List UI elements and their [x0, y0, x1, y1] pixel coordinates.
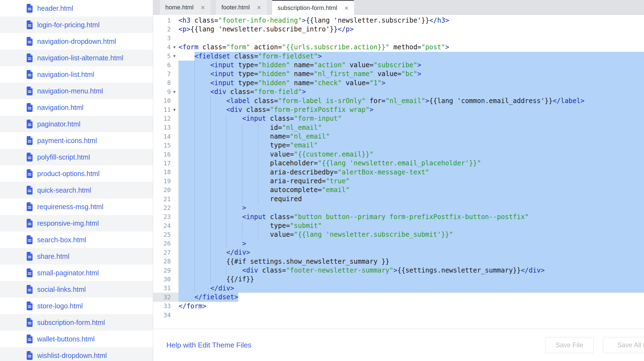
gutter-line-32[interactable]: 32 — [153, 293, 178, 301]
sidebar-file-share[interactable]: share.html — [0, 248, 153, 265]
code-line-9[interactable]: <div class="form-field"> — [178, 87, 644, 96]
gutter-line-8[interactable]: 8 — [153, 79, 178, 87]
code-line-22[interactable]: > — [178, 203, 644, 212]
code-line-6[interactable]: <input type="hidden" name="action" value… — [178, 61, 644, 69]
code-line-24[interactable]: type="submit" — [178, 221, 644, 230]
code-line-30[interactable]: {{/if}} — [178, 275, 644, 284]
tab-close-icon[interactable]: × — [344, 4, 348, 12]
gutter-line-22[interactable]: 22 — [153, 203, 178, 212]
sidebar-file-polyfill-script[interactable]: polyfill-script.html — [0, 149, 153, 165]
sidebar-file-subscription-form[interactable]: subscription-form.html — [0, 314, 153, 331]
sidebar-file-requireness-msg[interactable]: requireness-msg.html — [0, 198, 153, 215]
gutter-line-15[interactable]: 15 — [153, 141, 178, 150]
code-line-19[interactable]: aria-required="true" — [178, 177, 644, 185]
gutter-line-31[interactable]: 31 — [153, 284, 178, 293]
sidebar-file-navigation-list[interactable]: navigation-list.html — [0, 66, 153, 83]
fold-arrow-icon[interactable]: ▾ — [171, 44, 178, 50]
gutter-line-12[interactable]: 12 — [153, 114, 178, 123]
gutter-line-26[interactable]: 26 — [153, 239, 178, 248]
code-line-32[interactable]: </fieldset> — [178, 293, 644, 301]
code-line-3[interactable] — [178, 34, 644, 43]
code-line-5[interactable]: <fieldset class="form-fieldset"> — [178, 52, 644, 61]
code-line-16[interactable]: value="{{customer.email}}" — [178, 150, 644, 159]
code-line-18[interactable]: aria-describedby="alertBox-message-text" — [178, 168, 644, 177]
sidebar-file-product-options[interactable]: product-options.html — [0, 165, 153, 182]
gutter-line-10[interactable]: 10 — [153, 96, 178, 105]
code-line-10[interactable]: <label class="form-label is-srOnly" for=… — [178, 96, 644, 105]
sidebar-file-navigation-list-alternate[interactable]: navigation-list-alternate.html — [0, 50, 153, 66]
gutter-line-23[interactable]: 23 — [153, 212, 178, 221]
code-line-26[interactable]: > — [178, 239, 644, 248]
code-line-27[interactable]: </div> — [178, 248, 644, 257]
gutter-line-14[interactable]: 14 — [153, 132, 178, 141]
code-line-11[interactable]: <div class="form-prefixPostfix wrap"> — [178, 105, 644, 114]
gutter-line-7[interactable]: 7 — [153, 69, 178, 78]
code-line-1[interactable]: <h3 class="footer-info-heading">{{lang '… — [178, 16, 644, 25]
gutter-line-24[interactable]: 24 — [153, 221, 178, 230]
sidebar-file-wishlist-dropdown[interactable]: wishlist-dropdown.html — [0, 347, 153, 361]
tab-close-icon[interactable]: × — [201, 4, 205, 11]
gutter-line-2[interactable]: 2 — [153, 25, 178, 34]
gutter-line-18[interactable]: 18 — [153, 168, 178, 177]
sidebar-file-responsive-img[interactable]: responsive-img.html — [0, 215, 153, 231]
sidebar-file-paginator[interactable]: paginator.html — [0, 116, 153, 132]
sidebar-file-small-paginator[interactable]: small-paginator.html — [0, 265, 153, 281]
gutter-line-25[interactable]: 25 — [153, 230, 178, 239]
save-all-files-button[interactable]: Save All F — [603, 337, 644, 353]
code-line-17[interactable]: placeholder="{{lang 'newsletter.email_pl… — [178, 159, 644, 168]
sidebar-file-search-box[interactable]: search-box.html — [0, 231, 153, 248]
sidebar-file-header[interactable]: header.html — [0, 0, 153, 17]
code-editor[interactable]: 1234▾5▾6789▾1011▾12131415161718192021222… — [153, 15, 644, 329]
code-line-13[interactable]: id="nl_email" — [178, 123, 644, 132]
sidebar-file-wallet-buttons[interactable]: wallet-buttons.html — [0, 331, 153, 347]
gutter-line-21[interactable]: 21 — [153, 195, 178, 203]
code-line-23[interactable]: <input class="button button--primary for… — [178, 212, 644, 221]
gutter-line-16[interactable]: 16 — [153, 150, 178, 159]
gutter-line-34[interactable]: 34 — [153, 311, 178, 319]
code-line-8[interactable]: <input type="hidden" name="check" value=… — [178, 79, 644, 87]
fold-arrow-icon[interactable]: ▾ — [171, 53, 178, 59]
tab-close-icon[interactable]: × — [257, 4, 261, 11]
sidebar-file-payment-icons[interactable]: payment-icons.html — [0, 132, 153, 149]
sidebar-file-navigation-dropdown[interactable]: navigation-dropdown.html — [0, 33, 153, 50]
gutter-line-6[interactable]: 6 — [153, 61, 178, 69]
gutter-line-33[interactable]: 33 — [153, 302, 178, 311]
code-line-21[interactable]: required — [178, 195, 644, 203]
sidebar-file-quick-search[interactable]: quick-search.html — [0, 182, 153, 198]
gutter-line-28[interactable]: 28 — [153, 257, 178, 266]
gutter-line-11[interactable]: 11▾ — [153, 105, 178, 114]
code-line-14[interactable]: name="nl_email" — [178, 132, 644, 141]
gutter-line-9[interactable]: 9▾ — [153, 87, 178, 96]
gutter-line-30[interactable]: 30 — [153, 275, 178, 284]
code-line-4[interactable]: <form class="form" action="{{urls.subscr… — [178, 43, 644, 52]
fold-arrow-icon[interactable]: ▾ — [171, 107, 178, 113]
sidebar-file-store-logo[interactable]: store-logo.html — [0, 298, 153, 314]
tab-footer[interactable]: footer.html× — [216, 0, 267, 15]
gutter-line-3[interactable]: 3 — [153, 34, 178, 43]
code-area[interactable]: <h3 class="footer-info-heading">{{lang '… — [178, 15, 644, 329]
help-link[interactable]: Help with Edit Theme Files — [166, 341, 251, 349]
sidebar-file-navigation[interactable]: navigation.html — [0, 99, 153, 116]
gutter-line-29[interactable]: 29 — [153, 266, 178, 275]
code-line-31[interactable]: </div> — [178, 284, 644, 293]
sidebar-file-social-links[interactable]: social-links.html — [0, 281, 153, 298]
gutter-line-13[interactable]: 13 — [153, 123, 178, 132]
code-line-12[interactable]: <input class="form-input" — [178, 114, 644, 123]
gutter-line-17[interactable]: 17 — [153, 159, 178, 168]
gutter-line-19[interactable]: 19 — [153, 177, 178, 185]
code-line-28[interactable]: {{#if settings.show_newsletter_summary }… — [178, 257, 644, 266]
tab-subscription-form[interactable]: subscription-form.html× — [272, 0, 354, 15]
code-line-15[interactable]: type="email" — [178, 141, 644, 150]
tab-home[interactable]: home.html× — [160, 0, 210, 15]
gutter-line-27[interactable]: 27 — [153, 248, 178, 257]
code-line-2[interactable]: <p>{{lang 'newsletter.subscribe_intro'}}… — [178, 25, 644, 34]
fold-arrow-icon[interactable]: ▾ — [171, 89, 178, 95]
save-file-button[interactable]: Save File — [545, 337, 594, 353]
code-line-34[interactable] — [178, 311, 644, 319]
code-line-25[interactable]: value="{{lang 'newsletter.subscribe_subm… — [178, 230, 644, 239]
gutter-line-4[interactable]: 4▾ — [153, 43, 178, 52]
code-line-7[interactable]: <input type="hidden" name="nl_first_name… — [178, 69, 644, 78]
sidebar-file-navigation-menu[interactable]: navigation-menu.html — [0, 83, 153, 99]
code-line-20[interactable]: autocomplete="email" — [178, 185, 644, 194]
code-line-33[interactable]: </form> — [178, 302, 644, 311]
